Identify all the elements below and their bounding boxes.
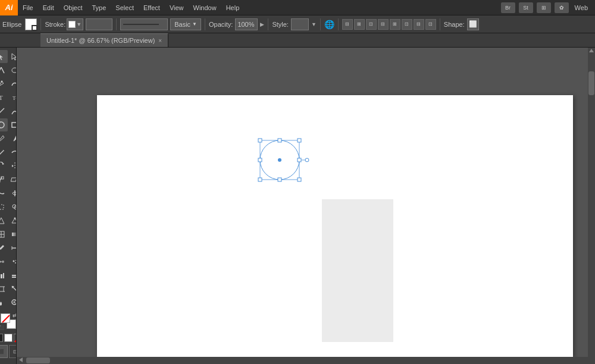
curvature-tool-btn[interactable] — [8, 77, 17, 90]
type-tool-btn[interactable]: T — [0, 91, 8, 104]
swap-colors-icon[interactable]: ⇄ — [12, 312, 17, 318]
align-left-icon[interactable]: ⊟ — [342, 19, 353, 30]
brush-dropdown[interactable]: Basic▼ — [170, 18, 201, 30]
magic-wand-tool-btn[interactable] — [0, 64, 8, 77]
fill-swatch[interactable] — [25, 18, 37, 30]
color-area: ⇄ ⬛ ⬛ ⊡ — [0, 313, 17, 360]
gradient-tool-btn[interactable] — [8, 228, 17, 241]
menu-view[interactable]: View — [165, 0, 189, 15]
warp-tool-btn[interactable] — [0, 187, 8, 200]
reflect-tool-btn[interactable] — [8, 159, 17, 172]
pen-tool-btn[interactable] — [0, 77, 8, 90]
bottom-scrollbar[interactable] — [17, 357, 588, 364]
style-arrow[interactable]: ▼ — [311, 21, 317, 27]
stroke-color-box[interactable]: ▼ — [67, 18, 83, 30]
color-swatch-1[interactable] — [0, 334, 3, 342]
menu-window[interactable]: Window — [189, 0, 221, 15]
doc-tab-close[interactable]: × — [158, 37, 162, 44]
brush-line-preview[interactable] — [120, 18, 168, 30]
align-right-icon[interactable]: ⊡ — [366, 19, 377, 30]
scroll-left-btn[interactable] — [18, 357, 24, 364]
tool-group-transform — [0, 159, 17, 172]
full-screen-btn[interactable]: ⊡ — [9, 345, 17, 358]
column-graph-btn[interactable] — [8, 269, 17, 282]
distribute-h-icon[interactable]: ⊟ — [414, 19, 424, 30]
touch-type-btn[interactable]: T — [8, 91, 17, 104]
symbol-sprayer-btn[interactable] — [8, 255, 17, 268]
menu-type[interactable]: Type — [87, 0, 111, 15]
smooth-tool-btn[interactable] — [8, 146, 17, 159]
menu-edit[interactable]: Edit — [38, 0, 59, 15]
measure-tool-btn[interactable] — [8, 241, 17, 255]
center-handle[interactable] — [278, 158, 281, 162]
change-screen-mode-btn[interactable]: ⬛ — [0, 345, 8, 358]
line-tool-btn[interactable] — [0, 105, 8, 118]
perspective-grid-btn[interactable] — [0, 214, 8, 227]
opacity-arrow[interactable]: ▶ — [260, 21, 264, 27]
hscroll-thumb[interactable] — [26, 357, 50, 363]
width-tool-btn[interactable] — [8, 187, 17, 200]
swirl-icon[interactable]: ✿ — [555, 2, 569, 13]
blob-brush-btn[interactable] — [8, 132, 17, 145]
workspace-grid-icon[interactable]: ⊞ — [537, 2, 551, 13]
shape-box[interactable]: ⬜ — [467, 18, 479, 30]
menu-file[interactable]: File — [18, 0, 38, 15]
arc-tool-btn[interactable] — [8, 105, 17, 118]
globe-icon[interactable]: 🌐 — [324, 20, 334, 29]
selection-tool-btn[interactable] — [0, 50, 8, 63]
slice-tool-btn[interactable] — [8, 283, 17, 296]
eyedropper-tool-btn[interactable] — [0, 241, 8, 255]
rotate-tool-btn[interactable] — [0, 159, 8, 172]
menu-select[interactable]: Select — [111, 0, 139, 15]
handle-bl[interactable] — [258, 178, 262, 181]
ellipse-tool-btn[interactable] — [0, 118, 8, 131]
tool-group-free — [0, 200, 17, 214]
align-bottom-icon[interactable]: ⊡ — [402, 19, 412, 30]
align-top-icon[interactable]: ⊟ — [378, 19, 389, 30]
right-scrollbar[interactable] — [588, 48, 595, 364]
distribute-v-icon[interactable]: ⊡ — [425, 19, 436, 30]
opacity-value[interactable]: 100% — [235, 18, 258, 30]
free-transform-btn[interactable] — [0, 200, 8, 214]
tool-group-pencil — [0, 146, 17, 159]
hand-tool-btn[interactable] — [0, 296, 8, 309]
shear-tool-btn[interactable] — [8, 173, 17, 186]
handle-tl[interactable] — [258, 139, 262, 142]
ellipse-container[interactable] — [258, 138, 302, 183]
direct-selection-tool-btn[interactable] — [8, 50, 17, 63]
scale-tool-btn[interactable] — [0, 173, 8, 186]
handle-br[interactable] — [298, 178, 301, 181]
zoom-tool-btn[interactable] — [8, 296, 17, 309]
handle-tm[interactable] — [278, 139, 281, 142]
stroke-value[interactable] — [86, 18, 112, 30]
artboard-tool-btn[interactable] — [0, 283, 8, 296]
default-colors-icon[interactable]: ⬛ — [0, 325, 5, 330]
align-center-v-icon[interactable]: ⊞ — [390, 19, 400, 30]
shape-builder-btn[interactable] — [8, 200, 17, 214]
handle-tr[interactable] — [298, 139, 301, 142]
style-swatch[interactable] — [291, 18, 309, 30]
color-swatch-2[interactable] — [4, 334, 12, 342]
paintbrush-tool-btn[interactable] — [0, 132, 8, 145]
blend-tool-btn[interactable] — [0, 255, 8, 268]
pencil-tool-btn[interactable] — [0, 146, 8, 159]
perspective-select-btn[interactable] — [8, 214, 17, 227]
handle-ml[interactable] — [258, 158, 262, 162]
menu-help[interactable]: Help — [221, 0, 245, 15]
menu-effect[interactable]: Effect — [139, 0, 165, 15]
scroll-thumb[interactable] — [588, 71, 594, 95]
scroll-up-btn[interactable] — [588, 48, 594, 59]
bar-graph-btn[interactable] — [0, 269, 8, 282]
fill-stroke-indicator[interactable]: ⇄ ⬛ — [1, 313, 16, 329]
lasso-tool-btn[interactable] — [8, 64, 17, 77]
handle-mr[interactable] — [298, 158, 301, 162]
stock-icon[interactable]: St — [519, 2, 533, 13]
foreground-color-square[interactable] — [1, 313, 10, 323]
document-tab[interactable]: Untitled-1* @ 66.67% (RGB/Preview) × — [40, 33, 168, 47]
align-center-h-icon[interactable]: ⊞ — [354, 19, 365, 30]
mesh-tool-btn[interactable] — [0, 228, 8, 241]
handle-bm[interactable] — [278, 178, 281, 181]
rect-tool-btn[interactable] — [8, 118, 17, 131]
bridge-icon[interactable]: Br — [501, 2, 515, 13]
menu-object[interactable]: Object — [59, 0, 87, 15]
